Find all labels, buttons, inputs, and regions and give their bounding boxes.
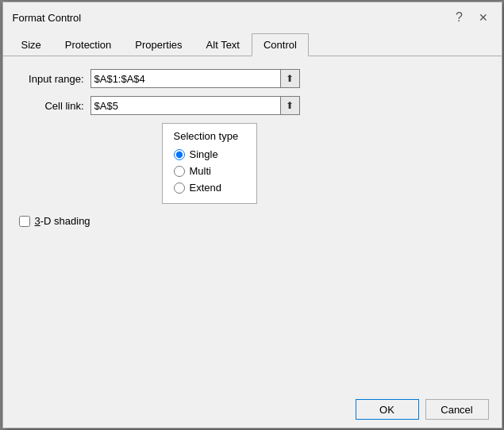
tab-alt-text[interactable]: Alt Text [194,33,252,56]
cell-link-row: Cell link: ⬆ [19,96,486,115]
title-bar: Format Control ? ✕ [3,2,502,31]
cancel-button[interactable]: Cancel [425,399,489,420]
tab-size[interactable]: Size [10,33,53,56]
shading-checkbox[interactable] [19,216,30,227]
input-range-picker-button[interactable]: ⬆ [281,69,300,88]
input-range-field[interactable] [90,69,281,88]
tabs-bar: Size Protection Properties Alt Text Cont… [3,33,502,56]
input-range-label: Input range: [19,73,90,85]
radio-multi-label: Multi [190,165,211,177]
format-control-dialog: Format Control ? ✕ Size Protection Prope… [2,2,502,428]
radio-multi[interactable] [174,166,185,177]
selection-type-legend: Selection type [174,130,245,142]
tab-control[interactable]: Control [252,33,309,56]
tab-protection[interactable]: Protection [53,33,124,56]
cell-link-field-group: ⬆ [90,96,486,115]
cell-link-field[interactable] [90,96,281,115]
selection-type-box: Selection type Single Multi Extend [162,123,257,204]
radio-extend-row[interactable]: Extend [174,182,245,194]
input-range-field-group: ⬆ [90,69,486,88]
shading-checkbox-row[interactable]: 3-D shading [19,215,486,227]
radio-extend-label: Extend [190,182,221,194]
dialog-footer: OK Cancel [3,391,502,428]
input-range-row: Input range: ⬆ [19,69,486,88]
selection-type-group: Selection type Single Multi Extend [90,123,486,204]
radio-single-row[interactable]: Single [174,148,245,160]
help-button[interactable]: ? [451,9,468,26]
tab-properties[interactable]: Properties [123,33,194,56]
radio-multi-row[interactable]: Multi [174,165,245,177]
radio-extend[interactable] [174,182,185,194]
upload-icon: ⬆ [286,73,294,84]
upload-icon-2: ⬆ [286,100,294,111]
close-button[interactable]: ✕ [475,9,492,26]
cell-link-picker-button[interactable]: ⬆ [281,96,300,115]
dialog-title: Format Control [13,12,82,24]
title-bar-buttons: ? ✕ [451,9,492,26]
shading-label: 3-D shading [35,215,90,227]
cell-link-label: Cell link: [19,100,90,112]
ok-button[interactable]: OK [356,399,419,420]
radio-single[interactable] [174,149,185,160]
tab-content: Input range: ⬆ Cell link: ⬆ [3,56,502,391]
radio-single-label: Single [190,148,218,160]
